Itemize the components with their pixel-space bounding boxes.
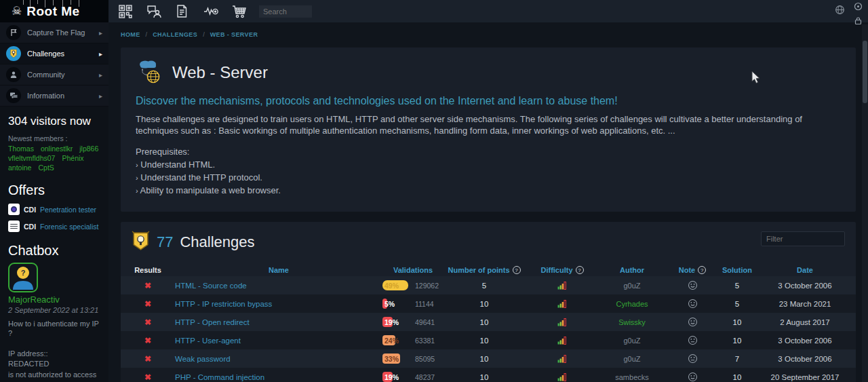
help-icon[interactable]: ?: [576, 266, 584, 274]
filter-input[interactable]: [761, 231, 845, 246]
not-solved-icon: ✖: [144, 281, 151, 290]
shop-cart-icon[interactable]: [231, 3, 248, 20]
sidebar-item-community[interactable]: Community ▸: [0, 64, 108, 85]
scrollbar-thumb[interactable]: [863, 41, 867, 103]
community-chat-icon[interactable]: [145, 3, 163, 20]
table-row: ✖Weak password33%8509510g0uZ73 October 2…: [121, 349, 856, 368]
author-link[interactable]: g0uZ: [623, 337, 640, 345]
lock-icon[interactable]: [854, 16, 863, 28]
solution-count: 10: [720, 313, 754, 331]
challenge-link[interactable]: Weak password: [175, 355, 231, 363]
breadcrumb-item[interactable]: WEB - SERVER: [210, 31, 258, 38]
language-globe-icon[interactable]: [835, 5, 845, 18]
column-header-note[interactable]: Note?: [665, 266, 720, 274]
challenge-link[interactable]: HTTP - Open redirect: [175, 318, 250, 326]
offer-item[interactable]: CDI Forensic specialist: [8, 221, 100, 232]
offer-logo: [8, 204, 20, 215]
svg-text:?: ?: [21, 269, 26, 277]
scrollbar-track[interactable]: [862, 24, 868, 382]
validation-percentage-badge: 33%: [382, 354, 415, 364]
validation-count: 49641: [415, 318, 435, 326]
member-link[interactable]: vfleltvmfldhs07: [8, 154, 55, 162]
author-link[interactable]: sambecks: [615, 373, 649, 381]
difficulty-icon: [525, 349, 599, 368]
breadcrumb-item[interactable]: HOME: [121, 31, 140, 38]
column-header-res[interactable]: Results: [121, 266, 175, 274]
column-header-name[interactable]: Name: [175, 266, 382, 274]
breadcrumb-separator: /: [203, 31, 205, 38]
sidebar-menu: Capture The Flag ▸ Challenges ▸ Communit…: [0, 22, 108, 107]
column-header-auth[interactable]: Author: [599, 266, 665, 274]
app-logo[interactable]: ☠ Root Me: [0, 0, 108, 22]
column-header-val[interactable]: Validations: [382, 266, 443, 274]
member-link[interactable]: CptS: [38, 164, 54, 172]
sidebar-item-capture-the-flag[interactable]: Capture The Flag ▸: [0, 22, 108, 43]
table-header: ResultsNameValidationsNumber of points?D…: [121, 264, 856, 276]
validation-count: 129062: [415, 282, 439, 290]
challenge-date: 3 October 2006: [754, 276, 856, 294]
prerequisite-item: › Ability to manipulate a web browser.: [136, 185, 841, 195]
challenge-date: 3 October 2006: [754, 331, 856, 349]
challenge-link[interactable]: HTTP - User-agent: [175, 337, 241, 345]
validation-percentage-badge: 19%: [382, 317, 415, 327]
challenge-link[interactable]: HTTP - IP restriction bypass: [175, 300, 272, 308]
note-smile-icon: [665, 313, 720, 331]
column-header-pts[interactable]: Number of points?: [443, 266, 525, 274]
offer-item[interactable]: CDI Penetration tester: [8, 204, 100, 215]
column-header-sol[interactable]: Solution: [720, 266, 754, 274]
validation-count: 11144: [415, 300, 434, 308]
author-link[interactable]: Swissky: [618, 318, 646, 326]
prerequisites-label: Prerequisites:: [136, 147, 841, 157]
help-icon[interactable]: ?: [698, 266, 706, 274]
difficulty-icon: [525, 294, 599, 313]
skull-logo-icon: ☠: [12, 5, 22, 17]
challenge-date: 2 August 2017: [754, 313, 856, 331]
challenge-link[interactable]: PHP - Command injection: [175, 373, 264, 381]
difficulty-icon: [525, 313, 599, 331]
category-subtitle: Discover the mechanisms, protocols and t…: [136, 95, 841, 107]
sidebar-item-information[interactable]: Information ▸: [0, 85, 108, 107]
chat-username[interactable]: MajorReactiv: [8, 294, 100, 305]
offer-logo: [8, 221, 20, 232]
column-header-diff[interactable]: Difficulty?: [525, 266, 599, 274]
sidebar-item-label: Information: [27, 92, 93, 100]
sidebar-item-challenges[interactable]: Challenges ▸: [0, 43, 108, 64]
chat-message-line: REDACTED: [8, 360, 100, 369]
challenge-link[interactable]: HTML - Source code: [175, 282, 247, 290]
documentation-icon[interactable]: [174, 3, 191, 20]
main-area: HOME/CHALLENGES/WEB - SERVER Web - Serve…: [108, 0, 868, 382]
member-link[interactable]: Phénix: [62, 154, 83, 162]
member-link[interactable]: Thomas: [8, 145, 34, 153]
offer-link[interactable]: Penetration tester: [40, 206, 96, 214]
note-smile-icon: [665, 276, 720, 294]
solution-count: 10: [720, 331, 754, 349]
author-link[interactable]: Cyrhades: [616, 300, 648, 308]
sidebar: ☠ Root Me Capture The Flag ▸ Challenges …: [0, 0, 108, 382]
column-header-date[interactable]: Date: [754, 266, 856, 274]
web-server-category-icon: [136, 58, 164, 87]
member-link[interactable]: antoine: [8, 164, 31, 172]
not-solved-icon: ✖: [144, 354, 151, 364]
solution-count: 5: [720, 276, 754, 294]
challenges-card: 77 Challenges ResultsNameValidationsNumb…: [121, 222, 856, 382]
newest-members-label: Newest members :: [8, 134, 100, 142]
chat-message-line: is not authorized to access: [8, 370, 100, 380]
person-icon: [6, 67, 21, 82]
table-row: ✖PHP - Command injection19%4823710sambec…: [121, 368, 856, 382]
author-link[interactable]: g0uZ: [623, 282, 640, 290]
member-link[interactable]: jlp866: [79, 145, 98, 153]
author-link[interactable]: g0uZ: [623, 355, 640, 363]
validation-percentage-badge: 5%: [382, 299, 415, 309]
validation-count: 85095: [415, 355, 435, 363]
member-link[interactable]: onlinestlkr: [41, 145, 73, 153]
challenges-grid-icon[interactable]: [117, 3, 134, 20]
challenges-count-label: Challenges: [180, 233, 254, 251]
avatar[interactable]: ?: [8, 263, 38, 292]
prerequisite-item: › Understand the HTTP protocol.: [136, 172, 841, 183]
search-input[interactable]: [259, 5, 312, 18]
breadcrumb-item[interactable]: CHALLENGES: [153, 31, 197, 38]
offer-link[interactable]: Forensic specialist: [40, 223, 98, 231]
help-icon[interactable]: ?: [513, 266, 521, 274]
activity-pulse-icon[interactable]: [202, 3, 220, 20]
target-circle-icon[interactable]: [854, 1, 863, 14]
